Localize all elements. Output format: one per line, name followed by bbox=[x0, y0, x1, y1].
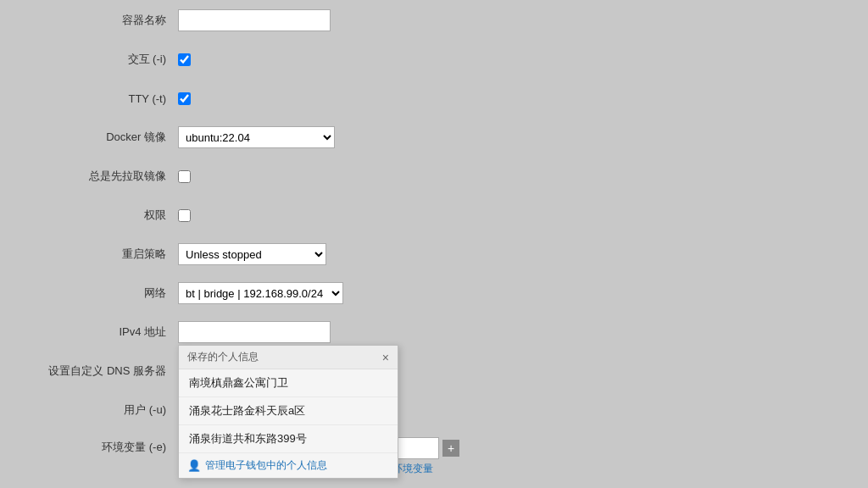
always-pull-label: 总是先拉取镜像 bbox=[25, 169, 178, 184]
restart-policy-label: 重启策略 bbox=[25, 247, 178, 262]
manage-wallet-icon: 👤 bbox=[187, 459, 201, 472]
privileges-label: 权限 bbox=[25, 208, 178, 223]
autocomplete-close-button[interactable]: × bbox=[382, 352, 389, 363]
privileges-checkbox[interactable] bbox=[178, 209, 191, 222]
docker-image-label: Docker 镜像 bbox=[25, 130, 178, 145]
tty-label: TTY (-t) bbox=[25, 92, 178, 105]
env-add-button[interactable]: + bbox=[442, 440, 459, 457]
privileges-row: 权限 bbox=[25, 203, 568, 227]
network-label: 网络 bbox=[25, 286, 178, 301]
autocomplete-item-1[interactable]: 南境槙鼎鑫公寓门卫 bbox=[179, 369, 398, 397]
interactive-label: 交互 (-i) bbox=[25, 52, 178, 67]
env-label: 环境变量 (-e) bbox=[25, 437, 178, 455]
always-pull-row: 总是先拉取镜像 bbox=[25, 164, 568, 188]
docker-image-select[interactable]: ubuntu:22.04 bbox=[178, 126, 335, 148]
ipv4-input[interactable] bbox=[178, 321, 331, 343]
restart-policy-row: 重启策略 Unless stopped Always On failure No bbox=[25, 242, 568, 266]
user-label: 用户 (-u) bbox=[25, 402, 178, 418]
autocomplete-title: 保存的个人信息 bbox=[187, 350, 259, 364]
autocomplete-item-2[interactable]: 涌泉花士路金科天辰a区 bbox=[179, 397, 398, 425]
interactive-row: 交互 (-i) bbox=[25, 47, 568, 71]
container-name-label: 容器名称 bbox=[25, 13, 178, 28]
docker-image-row: Docker 镜像 ubuntu:22.04 bbox=[25, 125, 568, 149]
restart-policy-select[interactable]: Unless stopped Always On failure No bbox=[178, 243, 326, 265]
tty-row: TTY (-t) bbox=[25, 86, 568, 110]
autocomplete-manage-button[interactable]: 👤 管理电子钱包中的个人信息 bbox=[179, 453, 398, 478]
container-name-input[interactable] bbox=[178, 9, 331, 31]
network-select[interactable]: bt | bridge | 192.168.99.0/24 | fc bbox=[178, 282, 343, 304]
autocomplete-header: 保存的个人信息 × bbox=[179, 346, 398, 369]
interactive-checkbox[interactable] bbox=[178, 53, 191, 66]
manage-label: 管理电子钱包中的个人信息 bbox=[205, 458, 327, 473]
autocomplete-dropdown: 保存的个人信息 × 南境槙鼎鑫公寓门卫 涌泉花士路金科天辰a区 涌泉街道共和东路… bbox=[178, 345, 398, 479]
network-row: 网络 bt | bridge | 192.168.99.0/24 | fc bbox=[25, 281, 568, 305]
always-pull-checkbox[interactable] bbox=[178, 170, 191, 183]
dns-label: 设置自定义 DNS 服务器 bbox=[25, 363, 178, 379]
tty-checkbox[interactable] bbox=[178, 92, 191, 105]
ipv4-row: IPv4 地址 保存的个人信息 × 南境槙鼎鑫公寓门卫 涌泉花士路金科天辰a区 … bbox=[25, 320, 568, 344]
container-name-row: 容器名称 bbox=[25, 8, 568, 32]
ipv4-label: IPv4 地址 bbox=[25, 324, 178, 340]
autocomplete-item-3[interactable]: 涌泉街道共和东路399号 bbox=[179, 425, 398, 453]
